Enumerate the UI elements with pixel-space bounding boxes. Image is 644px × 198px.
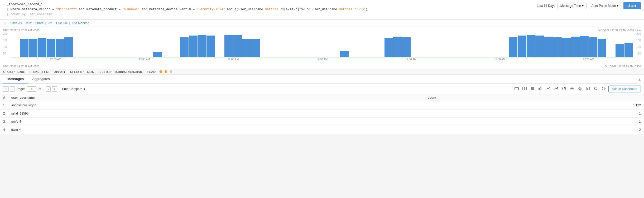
settings-icon-button[interactable] <box>569 86 575 92</box>
chart-bar <box>304 57 313 57</box>
fields-icon-button[interactable] <box>529 86 536 92</box>
tab-aggregates[interactable]: Aggregates <box>28 75 54 83</box>
time-range-label: Last 14 Days <box>537 4 555 8</box>
chart-bar <box>180 37 189 57</box>
chevron-down-icon: ▾ <box>84 87 85 91</box>
line-chart-icon-button[interactable] <box>545 86 551 92</box>
chart-bar <box>438 57 446 57</box>
chart-bar <box>242 39 251 57</box>
time-compare-button[interactable]: Time Compare ▾ <box>59 86 88 92</box>
page-nav: « ‹ Page: of 1 › » <box>3 86 57 92</box>
page-input[interactable] <box>27 86 36 92</box>
share-link[interactable]: Share <box>34 21 45 26</box>
pin-link[interactable]: Pin <box>46 21 53 26</box>
message-time-dropdown[interactable]: Message Time ▾ <box>558 3 587 9</box>
columns-icon-button[interactable] <box>521 86 528 92</box>
chart-bar <box>473 57 482 57</box>
query-toggle[interactable]: ▾ <box>3 2 5 7</box>
chart-bar <box>29 39 37 57</box>
chart-bar <box>562 38 571 57</box>
col-header-count: _count <box>423 94 644 101</box>
pie-chart-icon-button[interactable] <box>561 86 567 92</box>
export-icon-button[interactable] <box>513 86 520 92</box>
chart-bar <box>358 57 366 57</box>
live-tail-link[interactable]: Live Tail <box>55 21 69 26</box>
table-row: 1 anonymous logon 1,122 <box>0 101 644 109</box>
results-value: 1,126 <box>86 70 94 73</box>
svg-rect-2 <box>525 87 526 90</box>
chart-wrapper: 200 150 100 50 12:00 AM 12:00 AM 12:00 A… <box>3 32 641 64</box>
tab-messages[interactable]: Messages <box>3 75 28 83</box>
svg-rect-7 <box>540 88 541 90</box>
refresh-icon-button[interactable] <box>593 86 599 92</box>
cell-username: dwm-4 <box>8 126 423 134</box>
collapse-results-button[interactable]: ▲ <box>637 77 642 82</box>
cell-username: sshd_11596 <box>8 109 423 117</box>
chart-bar <box>429 57 438 57</box>
chart-bar <box>11 57 20 57</box>
chart-bar <box>455 57 464 57</box>
chart-start-time: 04/01/2021 11:37:29 AM -0500 <box>3 29 39 32</box>
save-as-link[interactable]: Save As <box>9 21 23 26</box>
elapsed-label: ELAPSED TIME: <box>30 70 51 73</box>
chart-bar <box>527 35 535 57</box>
chart-bar <box>136 57 144 57</box>
chart-timestamps-top: 04/01/2021 11:37:29 AM -0500 04/15/2021 … <box>3 29 641 32</box>
query-line3: | count by user_username <box>7 12 367 17</box>
col-header-num: # <box>0 94 8 101</box>
add-monitor-link[interactable]: Add Monitor <box>70 21 90 26</box>
info-link[interactable]: Info <box>25 21 32 26</box>
cell-username: anonymous logon <box>8 101 423 109</box>
start-button[interactable]: Start <box>623 2 641 9</box>
chart-end-time: 04/15/2021 11:37:29 AM -0500 <box>598 29 634 32</box>
load-dot-2 <box>165 70 167 73</box>
parse-mode-dropdown[interactable]: Auto Parse Mode ▾ <box>589 3 622 9</box>
chart-bar <box>189 36 198 57</box>
prev-page-button[interactable]: ‹ <box>10 86 15 92</box>
table-icon-button[interactable] <box>585 86 591 92</box>
chart-bar <box>518 36 526 57</box>
chart-bar <box>313 57 322 57</box>
chart-bar <box>598 39 606 57</box>
chart-bar <box>198 35 206 57</box>
status-label: STATUS: <box>3 70 15 73</box>
cell-count: 1,122 <box>423 101 644 109</box>
session-label: SESSION: <box>99 70 112 73</box>
chart-bar <box>367 57 375 57</box>
chart-bar <box>100 57 109 57</box>
svg-rect-0 <box>515 87 518 90</box>
chart-bar <box>553 37 562 57</box>
chart-bar <box>145 57 153 57</box>
gear-icon-button[interactable] <box>600 86 607 92</box>
elapsed-value: 00:00:11 <box>54 70 65 73</box>
chart-bar <box>411 57 420 57</box>
chart-y-left: 200 150 100 50 <box>3 32 11 64</box>
chart-bar <box>580 36 589 57</box>
chart-bar <box>109 57 118 57</box>
chart-bar <box>624 43 633 57</box>
bar-chart-icon-button[interactable] <box>537 86 544 92</box>
svg-rect-6 <box>539 88 540 90</box>
chart-bar <box>171 57 180 57</box>
add-to-dashboard-button[interactable]: Add to Dashboard <box>608 86 641 92</box>
chart-bottom-end: 04/15/2021 11:37:29 AM -0500 <box>605 65 641 68</box>
chart-bar <box>349 57 358 57</box>
top-bar: ▾ _index=sec_record_* | where metadata_v… <box>0 0 644 20</box>
first-page-button[interactable]: « <box>3 86 9 92</box>
area-chart-icon-button[interactable] <box>553 86 559 92</box>
star-icon[interactable]: ☆ <box>3 21 7 25</box>
chart-inner: 12:00 AM 12:00 AM 12:00 AM 12:00 AM 12:0… <box>11 32 633 64</box>
session-value: 3C8B0AF746934B86 <box>115 70 143 73</box>
chart-hide-link[interactable]: Hide <box>635 29 641 32</box>
last-page-button[interactable]: » <box>52 86 57 92</box>
svg-rect-14 <box>586 87 589 90</box>
cell-num: 3 <box>0 117 8 126</box>
query-line2: | where metadata_vendor = "Microsoft" an… <box>7 7 367 12</box>
chart-bar <box>464 57 473 57</box>
chart-bar <box>47 39 55 57</box>
chart-bar <box>260 57 269 57</box>
results-section: Messages Aggregates ▲ « ‹ Page: of 1 › »… <box>0 75 644 134</box>
chart-y-right: 200 150 100 50 <box>633 32 641 64</box>
next-page-button[interactable]: › <box>46 86 51 92</box>
pin-icon-button[interactable] <box>577 86 583 92</box>
